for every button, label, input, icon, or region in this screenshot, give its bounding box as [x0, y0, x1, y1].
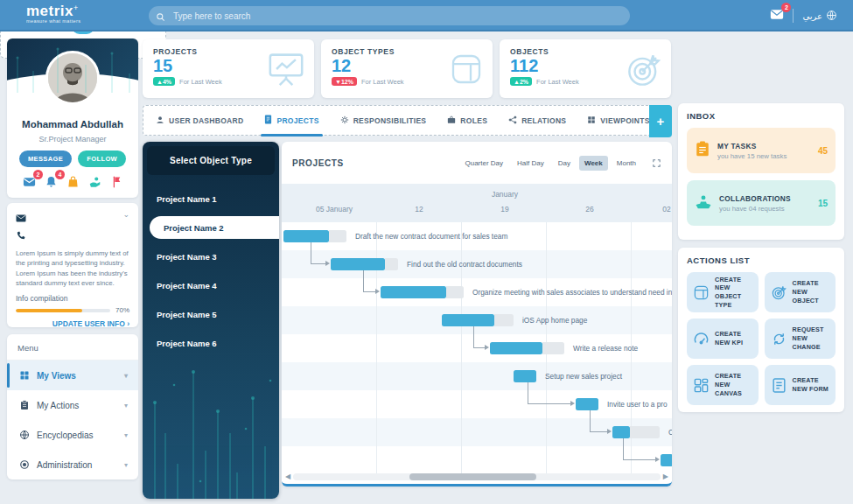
stat-delta-badge: ▼12%	[332, 77, 357, 86]
menu-item-my-actions[interactable]: My Actions ▾	[7, 390, 138, 420]
action-create-new-object-type[interactable]: CREATE NEWOBJECT TYPE	[687, 272, 759, 312]
menu-item-encyclopedias[interactable]: Encyclopedias ▾	[7, 420, 138, 450]
profile-role: Sr.Project Manager	[7, 135, 138, 144]
tab-user-dashboard[interactable]: USER DASHBOARD	[156, 106, 243, 135]
menu-item-label: Administration	[37, 460, 92, 470]
action-create-new-kpi[interactable]: CREATENEW KPI	[687, 318, 759, 359]
view-mode-half-day[interactable]: Half Day	[512, 156, 549, 171]
project-item-2-selected[interactable]: Project Name 2	[150, 216, 279, 239]
gantt-task-bar[interactable]	[381, 286, 446, 298]
gantt-task-label: Invite user to a pro	[607, 398, 668, 410]
cube-icon	[449, 52, 484, 90]
stat-card-object-types[interactable]: OBJECT TYPES 12 ▼12% For Last Week	[321, 39, 493, 98]
canvas-icon	[693, 377, 710, 394]
grid-icon	[587, 116, 596, 126]
project-item-3[interactable]: Project Name 3	[143, 245, 279, 268]
progress-bar	[16, 309, 110, 312]
dependency-arrow	[363, 291, 376, 292]
action-create-new-canvas[interactable]: CREATENEW CANVAS	[687, 365, 759, 405]
dashboard-page: metrix+ measure what matters 2 عربي	[0, 0, 853, 504]
scrollbar-thumb[interactable]	[409, 473, 536, 480]
dependency-arrow-head	[655, 457, 660, 462]
action-create-new-object[interactable]: CREATE NEWOBJECT	[765, 272, 836, 312]
follow-button[interactable]: FOLLOW	[78, 150, 126, 167]
gantt-task-bar[interactable]	[612, 426, 630, 438]
tile-subtitle: you have 15 new tasks	[717, 152, 811, 160]
briefcase-icon	[447, 116, 456, 126]
tab-viewpoints[interactable]: VIEWPOINTS	[587, 106, 649, 135]
logo-text: metrix	[26, 3, 73, 19]
action-request-new-change[interactable]: REQUESTNEW CHANGE	[765, 318, 836, 359]
view-mode-week[interactable]: Week	[579, 156, 608, 171]
flag-icon[interactable]	[109, 175, 123, 189]
stat-card-objects[interactable]: OBJECTS 112 ▲2% For Last Week	[500, 39, 671, 98]
scroll-right-icon[interactable]: ▶	[663, 473, 668, 480]
dependency-arrow	[311, 242, 311, 264]
dependency-arrow	[363, 270, 364, 292]
project-list: Project Name 1 Project Name 2 Project Na…	[143, 187, 279, 354]
scrollbar-track[interactable]	[293, 473, 661, 480]
action-create-new-form[interactable]: CREATENEW FORM	[765, 365, 836, 405]
project-item-1[interactable]: Project Name 1	[143, 187, 279, 210]
navbar-right: 2 عربي	[770, 0, 837, 32]
menu-item-label: My Actions	[37, 401, 79, 410]
stat-note: For Last Week	[179, 78, 222, 86]
update-user-info-link[interactable]: UPDATE USER INFO ›	[16, 319, 129, 328]
view-mode-month[interactable]: Month	[612, 156, 641, 171]
gantt-task-bar[interactable]	[283, 230, 329, 242]
bag-icon[interactable]	[66, 175, 80, 189]
app-logo[interactable]: metrix+ measure what matters	[26, 4, 80, 24]
timeline-tick: 26	[585, 205, 593, 214]
profile-cover	[7, 38, 138, 93]
stat-note: For Last Week	[536, 78, 579, 86]
dependency-arrow-head	[485, 345, 489, 350]
gantt-task-label: Draft the new contract document for sale…	[355, 230, 507, 242]
timeline-tick: 05 January	[316, 205, 353, 214]
tab-responsibilities[interactable]: RESPONSIBILITIES	[340, 106, 427, 135]
chevron-down-icon[interactable]: ⌄	[122, 210, 129, 219]
gantt-task-bar[interactable]	[442, 314, 494, 326]
tab-roles[interactable]: ROLES	[447, 106, 487, 135]
profile-mail-icon[interactable]: 2	[22, 175, 36, 189]
language-switcher[interactable]: عربي	[802, 10, 837, 23]
search-input[interactable]	[149, 6, 630, 25]
gantt-task-bar[interactable]	[490, 342, 542, 354]
gantt-task-bar[interactable]	[576, 398, 598, 410]
project-item-4[interactable]: Project Name 4	[143, 274, 279, 297]
timeline-month-label: January	[492, 190, 518, 199]
tab-projects[interactable]: PROJECTS	[264, 106, 318, 135]
bell-icon[interactable]: 4	[44, 175, 58, 189]
scroll-left-icon[interactable]: ◀	[285, 473, 290, 480]
gantt-task-bar[interactable]	[514, 370, 536, 382]
message-button[interactable]: MESSAGE	[19, 150, 72, 167]
caret-down-icon: ▾	[124, 372, 128, 380]
logo-tagline: measure what matters	[26, 19, 80, 24]
progress-label: Info compilation	[16, 294, 129, 303]
add-tab-button[interactable]: +	[649, 105, 672, 137]
clipboard-icon	[695, 140, 710, 161]
tab-relations[interactable]: RELATIONS	[508, 106, 566, 135]
view-mode-day[interactable]: Day	[553, 156, 576, 171]
inbox-collaborations[interactable]: COLLABORATIONS you have 04 requests 15	[687, 180, 836, 226]
gantt-task-bar[interactable]	[661, 454, 672, 466]
menu-item-administration[interactable]: Administration ▾	[7, 450, 138, 480]
mail-icon[interactable]: 2	[770, 8, 784, 24]
progress-value: 70%	[115, 306, 129, 314]
inbox-my-tasks[interactable]: MY TASKS you have 15 new tasks 45	[687, 128, 836, 173]
hand-icon[interactable]	[87, 175, 101, 189]
gantt-task-bar[interactable]	[331, 258, 385, 270]
settings-target-icon	[19, 459, 30, 470]
stat-card-projects[interactable]: PROJECTS 15 ▲4% For Last Week	[143, 39, 314, 98]
action-label-line2: NEW FORM	[793, 385, 829, 393]
action-label-line2: OBJECT	[793, 297, 819, 304]
mail-badge: 2	[781, 3, 791, 12]
expand-icon[interactable]	[652, 158, 661, 168]
project-item-5[interactable]: Project Name 5	[143, 303, 279, 326]
gantt-task-label: Find out the old contract documents	[407, 258, 522, 270]
view-mode-quarter-day[interactable]: Quarter Day	[460, 156, 509, 171]
menu-item-my-views[interactable]: My Views ▾	[7, 360, 138, 390]
gantt-task-label: Organize meeting with sales associates t…	[472, 286, 672, 298]
menu-item-label: Encyclopedias	[37, 430, 93, 440]
project-item-6[interactable]: Project Name 6	[143, 332, 279, 354]
dependency-arrow	[590, 431, 608, 432]
